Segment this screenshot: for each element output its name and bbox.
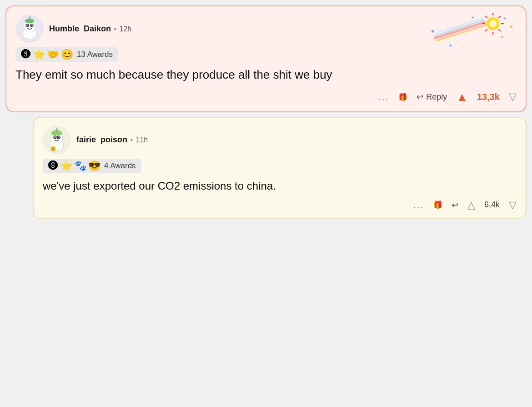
- comment-card-2: $ fairie_poison • 11h 🅢 ⭐ 🐾 😎 4 Awards w…: [33, 117, 527, 219]
- comment-header-1: Humble_Daikon • 12h: [15, 15, 517, 43]
- reply-button-2[interactable]: ↩: [452, 200, 458, 210]
- svg-point-42: [58, 136, 60, 138]
- gift-button-1[interactable]: 🎁: [398, 92, 407, 102]
- award-reddit-icon-2: 🐾: [74, 161, 86, 171]
- svg-point-44: [56, 128, 58, 130]
- svg-point-38: [58, 131, 62, 135]
- dot-1: •: [114, 25, 116, 33]
- avatar-1: [15, 15, 44, 43]
- svg-text:✦: ✦: [448, 43, 452, 48]
- award-handshake-icon: 🤝: [47, 50, 59, 60]
- reply-button-1[interactable]: ↩ Reply: [417, 92, 447, 102]
- award-silver-icon-2: 🅢: [48, 161, 58, 171]
- award-silver-icon: 🅢: [21, 50, 31, 60]
- svg-point-30: [31, 25, 33, 26]
- awards-count-1: 13 Awards: [77, 50, 113, 59]
- award-gold-icon: ⭐: [33, 50, 45, 60]
- svg-text:○: ○: [462, 46, 464, 50]
- comment-body-1: They emit so much because they produce a…: [15, 67, 517, 83]
- action-bar-1: ... 🎁 ↩ Reply ▲ 13,3k ▽: [15, 90, 517, 104]
- avatar-2: $: [43, 126, 71, 154]
- timestamp-1: 12h: [120, 25, 132, 33]
- upvote-arrow-1[interactable]: ▲: [456, 90, 468, 104]
- gift-icon-1: 🎁: [398, 92, 407, 102]
- reply-icon-2: ↩: [452, 200, 458, 210]
- awards-count-2: 4 Awards: [104, 161, 136, 171]
- more-button-2[interactable]: ...: [413, 200, 424, 210]
- gift-icon-2: 🎁: [433, 200, 442, 210]
- user-info-1: Humble_Daikon • 12h: [49, 24, 131, 34]
- award-wholesome-icon: 😊: [61, 50, 73, 60]
- username-1[interactable]: Humble_Daikon: [49, 24, 111, 33]
- upvote-count-2: 6,4k: [484, 200, 500, 210]
- downvote-arrow-2[interactable]: ▽: [509, 199, 517, 211]
- dot-2: •: [130, 136, 133, 144]
- comment-body-2: we've just exported our CO2 emissions to…: [43, 179, 517, 193]
- award-cool-icon-2: 😎: [88, 161, 100, 171]
- comment-card-1: ✦ ✦ ● ● ○ ✦ ✦: [5, 5, 527, 112]
- svg-text:$: $: [52, 148, 54, 151]
- award-gold-icon-2: ⭐: [60, 161, 72, 171]
- svg-point-29: [27, 25, 28, 26]
- svg-point-32: [29, 16, 30, 18]
- more-button-1[interactable]: ...: [379, 92, 389, 102]
- awards-badge-2: 🅢 ⭐ 🐾 😎 4 Awards: [43, 159, 141, 173]
- awards-badge-1: 🅢 ⭐ 🤝 😊 13 Awards: [15, 47, 118, 62]
- comment-header-2: $ fairie_poison • 11h: [43, 126, 517, 154]
- svg-point-41: [55, 136, 56, 138]
- downvote-arrow-1[interactable]: ▽: [509, 91, 517, 103]
- action-bar-2: ... 🎁 ↩ △ 6,4k ▽: [43, 199, 517, 211]
- reply-icon-1: ↩: [417, 92, 423, 102]
- upvote-arrow-2[interactable]: △: [467, 199, 475, 211]
- gift-button-2[interactable]: 🎁: [433, 200, 442, 210]
- username-2[interactable]: fairie_poison: [76, 135, 127, 144]
- svg-point-37: [51, 131, 56, 136]
- user-info-2: fairie_poison • 11h: [76, 135, 148, 145]
- upvote-count-1: 13,3k: [477, 92, 500, 102]
- timestamp-2: 11h: [136, 136, 148, 144]
